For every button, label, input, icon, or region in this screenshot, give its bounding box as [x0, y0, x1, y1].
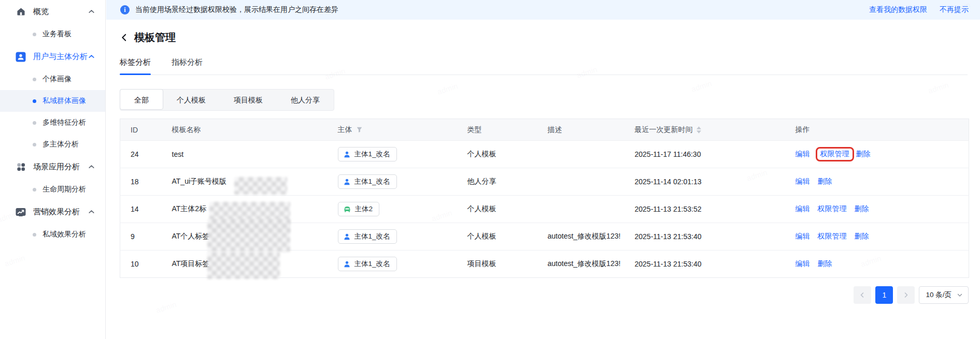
cell-id: 14	[120, 196, 162, 223]
next-page-button[interactable]	[897, 286, 915, 304]
filter-项目模板[interactable]: 项目模板	[220, 90, 277, 110]
subject-name: 主体1_改名	[354, 150, 390, 159]
action-编辑[interactable]: 编辑	[796, 232, 810, 240]
action-权限管理[interactable]: 权限管理	[818, 232, 847, 240]
bullet-icon	[33, 188, 36, 191]
cell-type: 他人分享	[457, 168, 537, 196]
cell-template-name: AT_ui子账号模版	[162, 168, 328, 196]
action-删除[interactable]: 删除	[855, 232, 869, 240]
censored-area	[207, 252, 280, 279]
cell-type: 个人模板	[457, 141, 537, 168]
page-header: 模板管理	[120, 31, 968, 45]
subject-name: 主体2	[355, 204, 373, 214]
view-data-permission-link[interactable]: 查看我的数据权限	[869, 5, 927, 14]
sidebar-section-3[interactable]: 营销效果分析	[0, 200, 105, 224]
sidebar-item-生命周期分析[interactable]: 生命周期分析	[0, 179, 105, 200]
current-page-button[interactable]: 1	[875, 286, 893, 304]
sidebar-section-0[interactable]: 概览	[0, 0, 105, 23]
column-header-主体[interactable]: 主体	[328, 119, 457, 141]
page-size-select[interactable]: 10 条/页	[919, 286, 969, 304]
banner-text: 当前使用场景经过数据权限校验，展示结果在用户之间存在差异	[135, 5, 338, 14]
filter-icon[interactable]	[356, 126, 363, 133]
column-label: ID	[131, 126, 138, 134]
subject-name: 主体1_改名	[354, 259, 390, 269]
sidebar-section-2[interactable]: 场景应用分析	[0, 155, 105, 179]
bullet-icon	[33, 78, 36, 81]
sidebar-item-私域群体画像[interactable]: 私域群体画像	[0, 90, 105, 112]
chevron-up-icon	[88, 164, 95, 170]
cell-type: 项目模板	[457, 250, 537, 278]
action-权限管理[interactable]: 权限管理	[820, 150, 849, 158]
action-删除[interactable]: 删除	[856, 150, 870, 158]
action-权限管理[interactable]: 权限管理	[818, 204, 847, 213]
permission-banner: i 当前使用场景经过数据权限校验，展示结果在用户之间存在差异 查看我的数据权限 …	[106, 0, 980, 20]
censored-area	[234, 177, 287, 195]
tab-指标分析[interactable]: 指标分析	[172, 57, 203, 75]
sidebar-item-业务看板[interactable]: 业务看板	[0, 23, 105, 45]
filter-他人分享[interactable]: 他人分享	[277, 90, 334, 110]
chevron-up-icon	[88, 209, 95, 215]
info-icon: i	[120, 5, 130, 14]
template-table: ID模板名称主体类型描述最近一次更新时间操作 24test主体1_改名个人模板2…	[120, 119, 969, 278]
annotation-highlight-box: 权限管理	[816, 147, 854, 161]
column-header-模板名称: 模板名称	[162, 119, 328, 141]
cell-updated-time: 2025-11-13 21:53:52	[624, 196, 785, 223]
sidebar-item-label: 私域群体画像	[42, 96, 86, 106]
cell-description: autotest_修改模版123!	[537, 223, 624, 250]
action-删除[interactable]: 删除	[818, 259, 832, 268]
subject-name: 主体1_改名	[354, 232, 390, 241]
bullet-icon	[33, 121, 36, 125]
column-label: 主体	[338, 125, 352, 135]
cell-updated-time: 2025-11-14 02:01:13	[624, 168, 785, 196]
back-button[interactable]	[120, 33, 129, 42]
cell-updated-time: 2025-11-13 21:53:40	[624, 223, 785, 250]
cell-subject: 主体2	[328, 196, 457, 223]
page-title: 模板管理	[134, 31, 176, 45]
subject-tag: 主体1_改名	[338, 147, 397, 161]
cell-description	[537, 141, 624, 168]
action-编辑[interactable]: 编辑	[796, 259, 810, 268]
sort-icon[interactable]	[697, 126, 701, 134]
action-编辑[interactable]: 编辑	[796, 150, 810, 158]
column-label: 描述	[548, 125, 562, 135]
template-name: AT_ui子账号模版	[172, 177, 227, 185]
filter-全部[interactable]: 全部	[120, 89, 163, 110]
sidebar-item-label: 个体画像	[42, 75, 72, 84]
action-删除[interactable]: 删除	[818, 177, 832, 185]
sidebar-item-多维特征分析[interactable]: 多维特征分析	[0, 112, 105, 134]
sidebar-item-label: 业务看板	[42, 30, 72, 39]
cell-id: 10	[120, 250, 162, 278]
sidebar-section-label: 用户与主体分析	[33, 52, 88, 62]
car-icon	[343, 205, 351, 213]
sidebar-section-1[interactable]: 用户与主体分析	[0, 45, 105, 68]
action-编辑[interactable]: 编辑	[796, 204, 810, 213]
sidebar-item-个体画像[interactable]: 个体画像	[0, 68, 105, 90]
pagination: 1 10 条/页	[120, 286, 969, 304]
filter-个人模板[interactable]: 个人模板	[163, 90, 220, 110]
sidebar-item-label: 多主体分析	[42, 140, 79, 149]
template-name: AT个人标签	[172, 232, 210, 240]
bullet-icon	[33, 33, 36, 36]
tab-标签分析[interactable]: 标签分析	[120, 57, 151, 75]
cell-subject: 主体1_改名	[328, 250, 457, 278]
table-row: 10AT项目标签主体1_改名项目模板autotest_修改模版123!2025-…	[120, 250, 969, 278]
chevron-up-icon	[88, 53, 95, 60]
column-header-最近一次更新时间[interactable]: 最近一次更新时间	[624, 119, 785, 141]
column-label: 最近一次更新时间	[635, 125, 693, 135]
cell-type: 个人模板	[457, 223, 537, 250]
action-删除[interactable]: 删除	[855, 204, 869, 213]
action-编辑[interactable]: 编辑	[796, 177, 810, 185]
cell-subject: 主体1_改名	[328, 168, 457, 196]
sidebar-section-label: 概览	[33, 7, 49, 17]
template-name: test	[172, 150, 184, 158]
chevron-up-icon	[88, 8, 95, 15]
cell-description	[537, 196, 624, 223]
prev-page-button[interactable]	[854, 286, 871, 304]
chevron-down-icon	[957, 292, 963, 298]
scene-analysis-icon	[16, 162, 26, 172]
dismiss-banner-link[interactable]: 不再提示	[940, 5, 969, 14]
sidebar-nav: 概览业务看板用户与主体分析个体画像私域群体画像多维特征分析多主体分析场景应用分析…	[0, 0, 105, 245]
sidebar-item-多主体分析[interactable]: 多主体分析	[0, 134, 105, 155]
sidebar-item-私域效果分析[interactable]: 私域效果分析	[0, 224, 105, 245]
table-row: 9AT个人标签主体1_改名个人模板autotest_修改模版123!2025-1…	[120, 223, 969, 250]
